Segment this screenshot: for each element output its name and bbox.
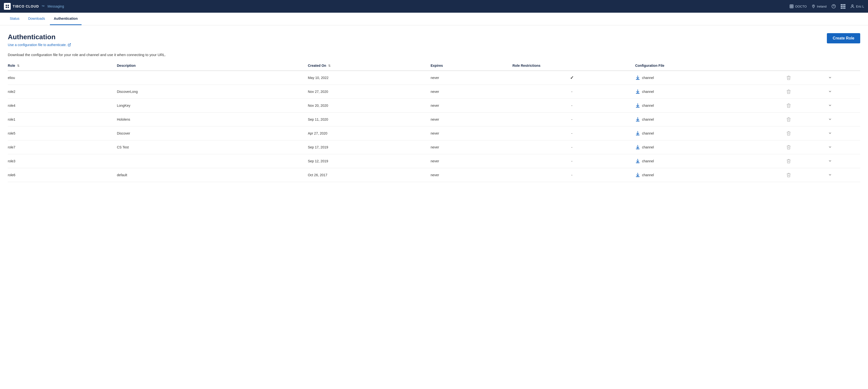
download-config-button[interactable]: channel [635,89,654,94]
delete-role-button[interactable] [785,158,792,165]
help-icon [832,4,836,8]
building-icon [789,4,794,8]
apps-grid-button[interactable] [841,4,845,9]
svg-rect-13 [636,121,640,121]
region-selector[interactable]: Ireland [811,4,827,8]
delete-role-button[interactable] [785,144,792,150]
col-header-role[interactable]: Role ⇅ [8,61,117,71]
download-icon [635,144,641,150]
expand-row-button[interactable] [826,75,834,81]
cell-restrictions: - [513,154,635,168]
delete-role-button[interactable] [785,88,792,95]
download-config-button[interactable]: channel [635,159,654,164]
download-config-button[interactable]: channel [635,131,654,136]
cell-created-on: Nov 20, 2020 [308,99,431,113]
table-row: role3 Sep 12, 2019 never - channel [8,154,860,168]
cell-delete [785,99,826,113]
cell-created-on: Apr 27, 2020 [308,127,431,140]
delete-role-button[interactable] [785,172,792,178]
svg-rect-16 [636,163,640,163]
table-row: role4 LongKey Nov 20, 2020 never - chann… [8,99,860,113]
download-icon [635,89,641,94]
delete-role-button[interactable] [785,130,792,137]
cell-config-file: channel [635,154,785,168]
cell-description: Discover [117,127,308,140]
cell-description: DiscoverLong [117,85,308,99]
table-body: eliou May 10, 2022 never ✓ channel [8,71,860,182]
expand-row-button[interactable] [826,102,834,109]
trash-icon [786,75,791,80]
cell-created-on: Sep 11, 2020 [308,113,431,127]
delete-role-button[interactable] [785,102,792,109]
tab-downloads[interactable]: Downloads [24,13,49,25]
cell-delete [785,113,826,127]
cell-delete [785,140,826,154]
top-navbar: TIBCO CLOUD ™ Messaging OOCTO Ireland [0,0,868,13]
download-config-button[interactable]: channel [635,75,654,80]
table-row: role7 CS Test Sep 17, 2019 never - chann… [8,140,860,154]
table-row: role6 default Oct 26, 2017 never - chann… [8,168,860,182]
cell-restrictions: - [513,127,635,140]
restriction-dash: - [571,117,572,121]
role-sort-icon[interactable]: ⇅ [17,64,20,67]
col-header-created-on[interactable]: Created On ⇅ [308,61,431,71]
restriction-dash: - [571,159,572,163]
col-header-expand [826,61,860,71]
svg-rect-17 [636,176,640,177]
create-role-button[interactable]: Create Role [827,33,860,44]
cell-description: default [117,168,308,182]
col-header-delete [785,61,826,71]
cell-role: role3 [8,154,117,168]
expand-row-button[interactable] [826,88,834,95]
col-header-description: Description [117,61,308,71]
user-name: Eric L [856,5,864,8]
download-icon [635,159,641,164]
cell-delete [785,71,826,85]
cell-expand [826,154,860,168]
delete-role-button[interactable] [785,74,792,81]
restriction-dash: - [571,131,572,135]
cell-expires: never [431,71,513,85]
cell-delete [785,154,826,168]
cell-expires: never [431,85,513,99]
trash-icon [786,145,791,150]
table-row: role1 Hololens Sep 11, 2020 never - chan… [8,113,860,127]
table-row: eliou May 10, 2022 never ✓ channel [8,71,860,85]
download-config-button[interactable]: channel [635,172,654,178]
cell-config-file: channel [635,168,785,182]
cell-restrictions: - [513,85,635,99]
external-link-icon [68,43,71,47]
svg-point-3 [7,7,9,8]
expand-row-button[interactable] [826,172,834,178]
chevron-down-icon [828,76,832,80]
download-config-button[interactable]: channel [635,103,654,108]
delete-role-button[interactable] [785,116,792,123]
config-channel-label: channel [642,104,654,108]
cell-description [117,71,308,85]
tab-status[interactable]: Status [6,13,23,25]
svg-point-8 [852,5,853,6]
cell-created-on: Sep 17, 2019 [308,140,431,154]
apps-grid-icon [841,4,845,9]
download-config-button[interactable]: channel [635,117,654,122]
expand-row-button[interactable] [826,130,834,137]
config-file-link[interactable]: Use a configuration file to authenticate… [8,43,71,47]
svg-rect-12 [636,107,640,108]
expand-row-button[interactable] [826,158,834,165]
user-menu[interactable]: Eric L [850,4,864,8]
svg-rect-14 [636,135,640,136]
svg-rect-4 [790,5,793,8]
cell-config-file: channel [635,71,785,85]
created-sort-icon[interactable]: ⇅ [328,64,331,67]
expand-row-button[interactable] [826,144,834,150]
expand-row-button[interactable] [826,116,834,123]
download-config-button[interactable]: channel [635,144,654,150]
tab-authentication[interactable]: Authentication [50,13,82,25]
cell-description: Hololens [117,113,308,127]
org-selector[interactable]: OOCTO [789,4,807,8]
cell-config-file: channel [635,85,785,99]
config-channel-label: channel [642,131,654,135]
config-channel-label: channel [642,145,654,149]
help-button[interactable] [832,4,836,8]
trash-icon [786,117,791,122]
